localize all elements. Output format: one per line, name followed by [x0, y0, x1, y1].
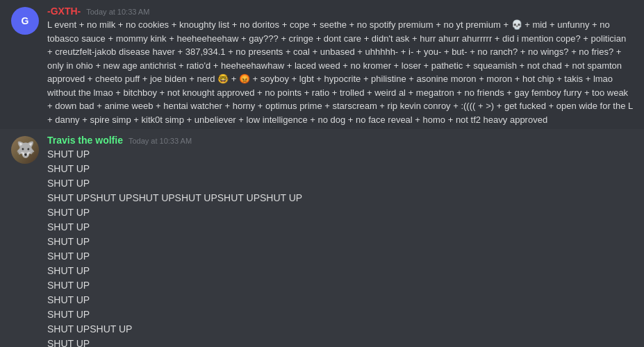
username-gxth-1: -GXTH- — [47, 6, 81, 17]
avatar-gxth-1: G — [11, 7, 39, 35]
shut-up-line: SHUT UP — [47, 293, 633, 307]
timestamp-1: Today at 10:33 AM — [86, 8, 149, 16]
message-header-1: -GXTH- Today at 10:33 AM — [47, 6, 633, 17]
avatar-travis: 🐺 — [11, 136, 39, 164]
message-group-1: G -GXTH- Today at 10:33 AM L event + no … — [0, 0, 644, 129]
shut-up-line: SHUT UPSHUT UP — [47, 322, 633, 337]
timestamp-2: Today at 10:33 AM — [129, 137, 192, 145]
shut-up-line: SHUT UP — [47, 176, 633, 191]
shut-up-line: SHUT UP — [47, 278, 633, 293]
message-group-2: 🐺 Travis the wolfie Today at 10:33 AM SH… — [0, 129, 644, 347]
message-content-1: -GXTH- Today at 10:33 AM L event + no mi… — [47, 6, 633, 126]
shut-up-line: SHUT UP — [47, 220, 633, 235]
shut-up-line: SHUT UP — [47, 205, 633, 220]
message-header-2: Travis the wolfie Today at 10:33 AM — [47, 135, 633, 146]
username-travis: Travis the wolfie — [47, 135, 123, 146]
shut-up-line: SHUT UP — [47, 249, 633, 264]
shut-up-line: SHUT UP — [47, 162, 633, 176]
message-content-2: Travis the wolfie Today at 10:33 AM SHUT… — [47, 135, 633, 347]
shut-up-line: SHUT UP — [47, 264, 633, 278]
message-text-1: L event + no milk + no cookies + knought… — [47, 18, 633, 126]
shut-up-line: SHUT UP — [47, 337, 633, 347]
shut-up-line: SHUT UPSHUT UPSHUT UPSHUT UPSHUT UPSHUT … — [47, 191, 633, 205]
message-text-2: SHUT UPSHUT UPSHUT UPSHUT UPSHUT UPSHUT … — [47, 147, 633, 347]
shut-up-line: SHUT UP — [47, 235, 633, 249]
shut-up-line: SHUT UP — [47, 147, 633, 162]
shut-up-line: SHUT UP — [47, 307, 633, 322]
chat-container: G -GXTH- Today at 10:33 AM L event + no … — [0, 0, 644, 347]
